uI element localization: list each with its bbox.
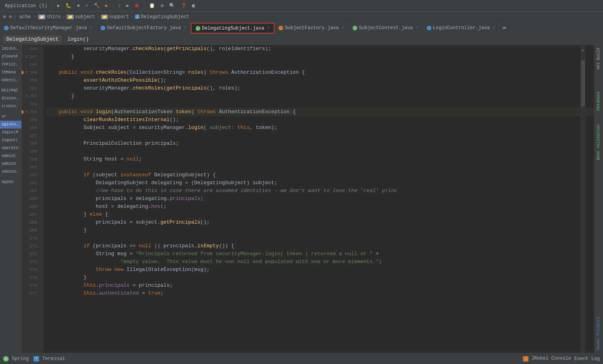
close-icon-4[interactable]: × (342, 26, 344, 30)
code-line-276: this.principals = principals; (47, 282, 594, 289)
line-249: ⊟ 249 (22, 69, 40, 77)
code-content[interactable]: securityManager.checkRoles(getPrincipals… (43, 45, 594, 353)
update-icon[interactable]: ↕ (116, 2, 122, 9)
tab-subject-context[interactable]: SubjectContext.java × (349, 22, 423, 34)
right-panels: Ant Build Database Bean Validation Maven… (594, 45, 603, 353)
profile-icon[interactable]: ⚡ (84, 2, 90, 9)
code-line-269: } (47, 226, 594, 234)
nav-item-ache[interactable]: ache (18, 13, 32, 21)
sidebar-item-loginm[interactable]: login(M (0, 129, 21, 136)
breadcrumb-method[interactable]: login() (64, 35, 92, 43)
nav-item-delegating-subject[interactable]: JDelegatingSubject (135, 14, 189, 20)
sidebar-item-bbitmqc[interactable]: bbitMqC (0, 87, 21, 95)
code-line-268: principals = subject.getPrincipals(); (47, 218, 594, 226)
code-line-266: host = delegating.host; (47, 203, 594, 211)
line-numbers: 246 ⊟ 247 248 ⊟ 249 250 251 ⊟ 252 (22, 45, 43, 353)
sidebar-item-disconfi[interactable]: disConfi (0, 95, 21, 103)
code-line-271: if (principals == null || principals.isE… (47, 242, 594, 250)
app-label[interactable]: Application (1) (3, 2, 49, 9)
close-icon[interactable]: × (90, 26, 92, 30)
line-270: 270 (22, 234, 40, 242)
right-panel-maven[interactable]: Maven Projects (595, 314, 603, 353)
jrebel-label: JRebel Console (531, 356, 571, 361)
sidebar-item-adminu[interactable]: adminU (0, 160, 21, 168)
sidebar-item-thfilter[interactable]: thFilter (0, 61, 21, 69)
line-252: ⊟ 252 (22, 92, 40, 100)
search-icon[interactable]: 🔍 (168, 2, 177, 9)
sidebar-item-odecontr[interactable]: odeContr (0, 168, 21, 176)
sidebar-item-appso[interactable]: AppSo (0, 178, 21, 186)
build-icon[interactable]: 🔨 (92, 2, 101, 9)
tab-subject-factory[interactable]: SubjectFactory.java × (274, 22, 349, 34)
vcs-icon[interactable]: 📋 (147, 2, 157, 9)
breakpoint-254[interactable] (22, 110, 24, 114)
close-icon-3[interactable]: × (267, 26, 270, 30)
check-mark: ✓ (582, 47, 585, 54)
coverage-icon[interactable]: ☘ (75, 2, 81, 9)
toolbar-separator-3 (144, 3, 144, 9)
sidebar-item-iroconfi[interactable]: iroConfi (0, 103, 21, 110)
nav-item-subject[interactable]: 📁subject (67, 14, 95, 20)
settings-icon[interactable]: ⚙ (159, 2, 165, 9)
terminal2-icon[interactable]: ▦ (190, 2, 196, 9)
nav-item-shiro[interactable]: 📁shiro (38, 14, 61, 20)
line-264: 264 (22, 187, 40, 195)
sidebar-item-ptokenf[interactable]: pTokenF (0, 53, 21, 61)
breadcrumb-class[interactable]: DelegatingSubject (3, 35, 62, 43)
line-254: ⊟ 254 (22, 108, 40, 116)
code-line-258: PrincipalCollection principals; (47, 140, 594, 147)
nav-item-support[interactable]: 📁support (101, 14, 129, 20)
help-icon[interactable]: ❓ (179, 2, 188, 9)
tab-default-security-manager[interactable]: DefaultSecurityManager.java × (0, 22, 97, 34)
close-icon-6[interactable]: × (493, 26, 495, 30)
sidebar-item-thmana[interactable]: thMana (0, 69, 21, 77)
tab-overflow-btn[interactable]: ≫ (500, 22, 509, 34)
debug-icon[interactable]: 🐛 (64, 2, 73, 9)
sidebar-item-operato[interactable]: operato (0, 144, 21, 152)
code-line-272: String msg = "Principals returned from s… (47, 250, 594, 258)
tab-default-subject-factory[interactable]: DefaultSubjectFactory.java × (97, 22, 190, 34)
right-panel-database[interactable]: Database (595, 88, 603, 114)
nav-left-btn[interactable]: ⊕ ⊖ (3, 14, 12, 20)
terminal-section[interactable]: T Terminal (34, 356, 65, 362)
line-276: 276 (22, 282, 40, 289)
main-area: lminUser pTokenF thFilter thMana edentia… (0, 45, 603, 353)
line-262: 262 (22, 171, 40, 179)
line-255: 255 (22, 116, 40, 124)
run-icon[interactable]: ▶ (56, 2, 62, 9)
tab-login-controller[interactable]: LoginController.java × (423, 22, 500, 34)
tab-delegating-subject[interactable]: DelegatingSubject.java × (191, 23, 274, 34)
line-259: 259 (22, 147, 40, 155)
code-line-264: //we have to do this in case there are a… (47, 187, 594, 195)
line-260: 260 (22, 155, 40, 163)
right-panel-bean-validation[interactable]: Bean Validation (595, 121, 603, 163)
run2-icon[interactable]: ▶ (104, 2, 110, 9)
breakpoint-249[interactable] (22, 71, 24, 75)
sidebar-item-adminc[interactable]: adminC (0, 152, 21, 160)
close-icon-5[interactable]: × (416, 26, 418, 30)
stop-icon[interactable]: ⏹ (133, 2, 141, 9)
code-line-273: "empty value. This value must be non nul… (47, 258, 594, 266)
event-log-section[interactable]: Event Log (574, 356, 600, 362)
line-265: 265 (22, 195, 40, 203)
sidebar-item-er[interactable]: er (0, 113, 21, 121)
terminal-label: Terminal (42, 356, 65, 362)
sidebar-item-ogincontr[interactable]: oginContr (0, 121, 21, 129)
sidebar-item-lminuser[interactable]: lminUser (0, 45, 21, 53)
bottom-bar-right: J JRebel Console Event Log (523, 356, 600, 362)
code-line-257 (47, 132, 594, 140)
jrebel-section[interactable]: J JRebel Console (523, 356, 571, 362)
scroll-indicator[interactable]: ✓ (580, 45, 586, 353)
sidebar-item-logout[interactable]: logout( (0, 136, 21, 144)
code-line-247: } (47, 53, 594, 61)
run3-icon[interactable]: ▶ (125, 2, 131, 9)
close-icon-2[interactable]: × (184, 26, 187, 30)
right-panel-ant-build[interactable]: Ant Build (595, 45, 603, 73)
code-line-260: String host = null; (47, 155, 594, 163)
sidebar-item-edentials[interactable]: edentials (0, 77, 21, 84)
line-246: 246 (22, 45, 40, 53)
line-266: 266 (22, 203, 40, 211)
spring-section[interactable]: S Spring (3, 356, 29, 362)
code-line-246: securityManager.checkRoles(getPrincipals… (47, 45, 594, 53)
code-line-265: principals = delegating.principals; (47, 195, 594, 203)
